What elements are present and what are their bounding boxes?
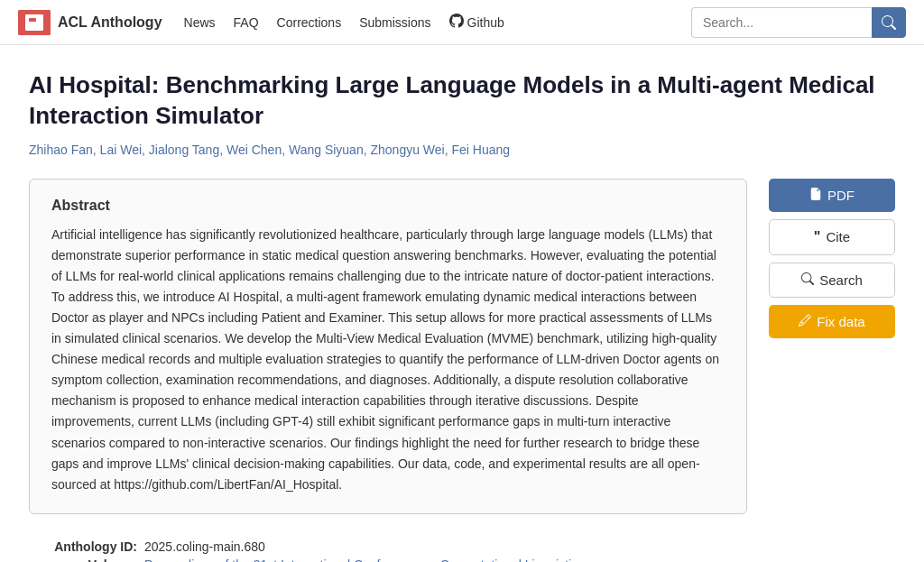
nav-faq[interactable]: FAQ [234, 15, 259, 30]
anthology-id-label: Anthology ID: [29, 539, 137, 554]
anthology-id-value: 2025.coling-main.680 [144, 539, 265, 554]
search-action-button[interactable]: Search [769, 263, 895, 298]
abstract-box: Abstract Artificial intelligence has sig… [29, 179, 747, 514]
pdf-button[interactable]: PDF [769, 179, 895, 212]
search-diamond-icon [801, 272, 814, 288]
pdf-label: PDF [827, 188, 855, 203]
cite-button[interactable]: " Cite [769, 219, 895, 255]
svg-rect-1 [25, 14, 43, 31]
paper-authors: Zhihao Fan, Lai Wei, Jialong Tang, Wei C… [29, 143, 895, 157]
search-action-label: Search [819, 272, 863, 288]
abstract-text: Artificial intelligence has significantl… [51, 225, 725, 495]
paper-title: AI Hospital: Benchmarking Large Language… [29, 70, 895, 132]
github-icon [449, 14, 464, 31]
volume-link[interactable]: Proceedings of the 31st International Co… [144, 557, 584, 562]
search-form [691, 7, 906, 38]
search-input[interactable] [691, 7, 872, 38]
brand-logo-link[interactable]: ACL Anthology [18, 10, 162, 35]
fix-data-button[interactable]: Fix data [769, 305, 895, 338]
content-row: Abstract Artificial intelligence has sig… [29, 179, 895, 514]
volume-label: Volume: [29, 557, 137, 562]
abstract-heading: Abstract [51, 198, 725, 214]
search-button[interactable] [872, 7, 906, 38]
svg-rect-2 [29, 18, 36, 22]
metadata-section: Anthology ID: 2025.coling-main.680 Volum… [29, 539, 895, 562]
github-label: Github [467, 15, 504, 30]
main-content: AI Hospital: Benchmarking Large Language… [11, 45, 913, 562]
navbar: ACL Anthology News FAQ Corrections Submi… [0, 0, 924, 45]
anthology-id-row: Anthology ID: 2025.coling-main.680 [29, 539, 895, 554]
brand-logo [18, 10, 51, 35]
nav-menu: News FAQ Corrections Submissions Github [184, 14, 504, 31]
edit-icon [799, 314, 811, 329]
volume-row: Volume: Proceedings of the 31st Internat… [29, 557, 895, 562]
nav-news[interactable]: News [184, 15, 216, 30]
nav-corrections[interactable]: Corrections [277, 15, 342, 30]
nav-submissions[interactable]: Submissions [359, 15, 430, 30]
cite-label: Cite [826, 229, 850, 244]
quote-icon: " [814, 229, 821, 245]
pdf-icon [809, 188, 822, 203]
action-buttons: PDF " Cite Search [769, 179, 895, 338]
brand-name: ACL Anthology [58, 14, 162, 31]
nav-github[interactable]: Github [449, 14, 504, 31]
fix-data-label: Fix data [817, 314, 864, 329]
